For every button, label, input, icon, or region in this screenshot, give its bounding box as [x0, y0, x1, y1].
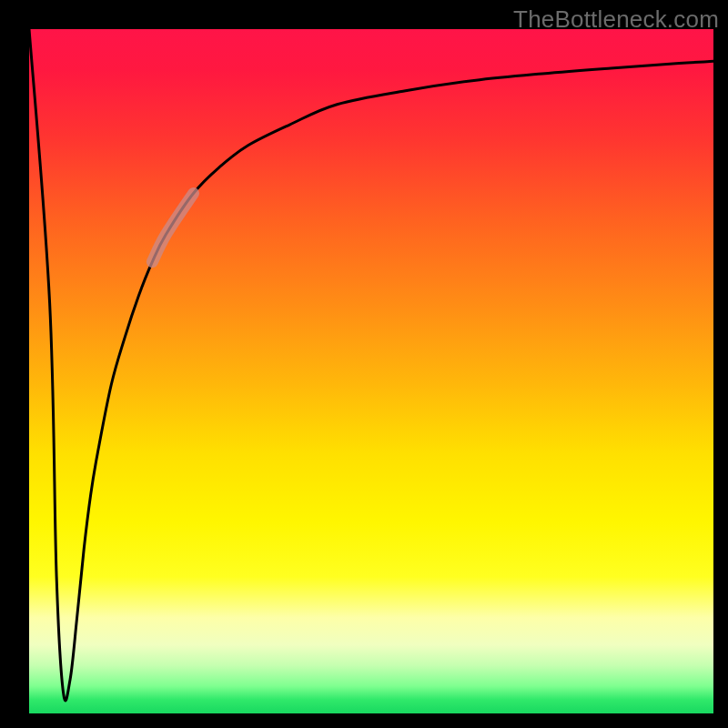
highlight-segment: [152, 194, 193, 262]
chart-frame: TheBottleneck.com: [0, 0, 728, 728]
curve-layer: [29, 29, 713, 713]
plot-area: [29, 29, 713, 713]
bottleneck-curve: [29, 29, 713, 701]
